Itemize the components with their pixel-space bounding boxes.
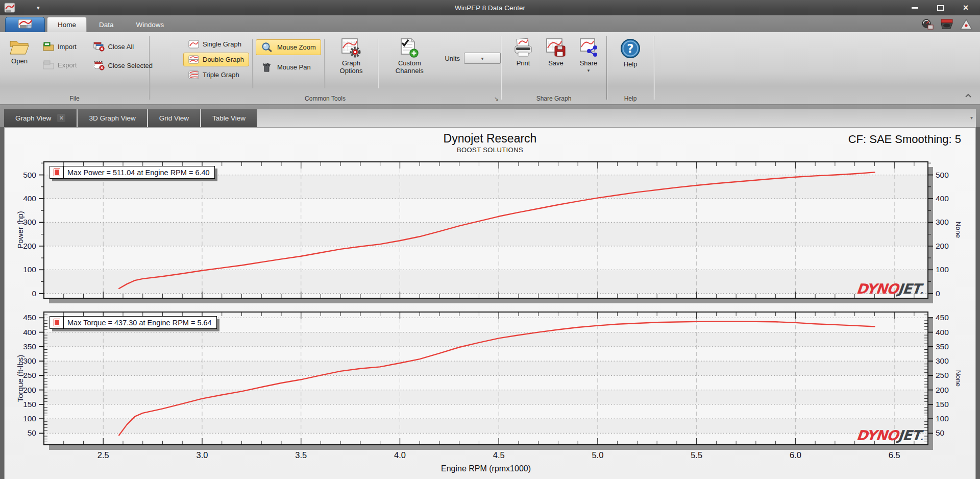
custom-channels-label: Custom Channels bbox=[385, 60, 434, 75]
power-chart-canvas: 00100100200200300300400400500500 bbox=[5, 157, 976, 307]
mouse-pan-icon bbox=[261, 62, 274, 73]
export-button[interactable]: Export bbox=[38, 58, 82, 72]
svg-text:6.5: 6.5 bbox=[889, 450, 900, 460]
title-bar: ▾ WinPEP 8 Data Center × bbox=[0, 0, 980, 15]
tab-grid-view[interactable]: Grid View bbox=[148, 109, 200, 127]
tab-3d-graph-view[interactable]: 3D Graph View bbox=[78, 109, 146, 127]
open-label: Open bbox=[11, 58, 28, 65]
tab-graph-view-label: Graph View bbox=[15, 114, 51, 122]
export-label: Export bbox=[58, 61, 77, 69]
help-button[interactable]: ? Help bbox=[616, 35, 645, 71]
svg-text:3.0: 3.0 bbox=[197, 450, 208, 460]
double-graph-label: Double Graph bbox=[203, 56, 244, 63]
svg-text:5.0: 5.0 bbox=[592, 450, 603, 460]
custom-channels-button[interactable]: Custom Channels bbox=[381, 35, 437, 78]
tab-graph-view[interactable]: Graph View × bbox=[4, 109, 77, 127]
export-csv-icon bbox=[43, 60, 54, 69]
help-icon: ? bbox=[619, 38, 642, 59]
save-button[interactable]: Save bbox=[541, 35, 571, 70]
power-right-axis-label: None bbox=[954, 222, 962, 238]
ribbon-group-common-tools: Single Graph Double Graph bbox=[150, 32, 501, 104]
tab-close-icon[interactable]: × bbox=[57, 114, 65, 122]
ribbon-group-file: Open Import Export bbox=[0, 32, 149, 104]
ribbon-collapse-button[interactable] bbox=[965, 91, 972, 100]
triple-graph-button[interactable]: Triple Graph bbox=[183, 68, 249, 82]
close-selected-icon bbox=[93, 61, 105, 70]
svg-text:100: 100 bbox=[936, 265, 949, 274]
svg-text:400: 400 bbox=[936, 194, 949, 203]
print-label: Print bbox=[517, 60, 530, 67]
svg-text:500: 500 bbox=[23, 171, 36, 179]
power-y-axis-label: Power (hp) bbox=[16, 211, 24, 248]
group-label-share-graph: Share Graph bbox=[501, 95, 606, 102]
units-dropdown[interactable]: ▾ bbox=[464, 53, 501, 64]
power-legend[interactable]: Max Power = 511.04 at Engine RPM = 6.40 bbox=[50, 166, 215, 179]
share-button[interactable]: Share ▾ bbox=[574, 35, 603, 76]
save-label: Save bbox=[548, 60, 564, 67]
svg-text:6.0: 6.0 bbox=[790, 450, 801, 460]
torque-chart-canvas: 5050100100150150200200250250300300350350… bbox=[5, 307, 976, 478]
power-chart[interactable]: 00100100200200300300400400500500 Power (… bbox=[5, 157, 976, 307]
svg-text:150: 150 bbox=[936, 400, 949, 409]
double-graph-button[interactable]: Double Graph bbox=[183, 53, 249, 66]
share-label: Share bbox=[580, 60, 598, 67]
print-button[interactable]: Print bbox=[508, 35, 538, 70]
svg-text:5.5: 5.5 bbox=[691, 450, 702, 460]
svg-text:300: 300 bbox=[23, 356, 36, 365]
svg-text:200: 200 bbox=[23, 242, 36, 250]
svg-text:100: 100 bbox=[23, 265, 36, 274]
svg-text:150: 150 bbox=[23, 400, 36, 409]
torque-y-axis-label: Torque (ft-lbs) bbox=[16, 355, 24, 402]
svg-text:250: 250 bbox=[936, 371, 949, 379]
share-dropdown-arrow-icon: ▾ bbox=[587, 68, 590, 73]
svg-text:50: 50 bbox=[28, 428, 37, 437]
svg-text:100: 100 bbox=[23, 414, 36, 423]
double-graph-icon bbox=[188, 55, 199, 64]
close-button[interactable]: × bbox=[957, 2, 975, 13]
tab-table-view-label: Table View bbox=[212, 114, 246, 122]
chevron-up-icon bbox=[965, 93, 972, 98]
minimize-icon bbox=[912, 7, 918, 9]
ribbon-tab-windows[interactable]: Windows bbox=[126, 17, 175, 32]
torque-chart[interactable]: 5050100100150150200200250250300300350350… bbox=[5, 307, 976, 478]
tab-table-view[interactable]: Table View bbox=[201, 109, 257, 127]
mouse-zoom-button[interactable]: Mouse Zoom bbox=[256, 39, 321, 55]
svg-text:200: 200 bbox=[936, 242, 949, 250]
import-button[interactable]: Import bbox=[38, 39, 82, 54]
power-legend-text: Max Power = 511.04 at Engine RPM = 6.40 bbox=[64, 166, 214, 178]
ribbon: Open Import Export bbox=[0, 32, 980, 105]
units-label: Units bbox=[445, 55, 460, 62]
open-folder-icon bbox=[9, 38, 30, 56]
svg-text:350: 350 bbox=[936, 342, 949, 351]
graph-options-button[interactable]: Graph Options bbox=[328, 35, 375, 78]
torque-legend[interactable]: Max Torque = 437.30 at Engine RPM = 5.64 bbox=[50, 316, 217, 329]
dyno-drum-icon[interactable] bbox=[940, 18, 953, 31]
graph-subtitle: BOOST SOLUTIONS bbox=[5, 146, 975, 154]
dyno-gauge-icon[interactable] bbox=[921, 18, 934, 31]
application-button[interactable] bbox=[5, 17, 45, 32]
torque-series-swatch bbox=[50, 317, 64, 328]
warning-triangle-icon[interactable] bbox=[960, 18, 973, 31]
mouse-pan-button[interactable]: Mouse Pan bbox=[256, 59, 321, 75]
triple-graph-label: Triple Graph bbox=[203, 71, 239, 79]
print-icon bbox=[512, 38, 534, 58]
group-label-common-tools: Common Tools bbox=[150, 95, 501, 102]
maximize-button[interactable] bbox=[931, 2, 949, 13]
single-graph-label: Single Graph bbox=[203, 40, 241, 48]
ribbon-tab-data[interactable]: Data bbox=[89, 17, 124, 32]
ribbon-tab-home[interactable]: Home bbox=[47, 17, 87, 32]
svg-text:450: 450 bbox=[936, 313, 949, 322]
close-all-button[interactable]: Close All bbox=[88, 39, 158, 54]
mouse-zoom-label: Mouse Zoom bbox=[277, 43, 316, 51]
import-label: Import bbox=[58, 43, 77, 51]
single-graph-button[interactable]: Single Graph bbox=[183, 37, 249, 51]
svg-text:300: 300 bbox=[936, 356, 949, 365]
close-selected-button[interactable]: Close Selected bbox=[88, 58, 158, 73]
svg-text:200: 200 bbox=[23, 386, 36, 394]
minimize-button[interactable] bbox=[905, 2, 924, 13]
tab-overflow-dropdown-icon[interactable]: ▾ bbox=[970, 115, 973, 121]
svg-text:450: 450 bbox=[23, 313, 36, 322]
open-button[interactable]: Open bbox=[5, 35, 34, 68]
window-title: WinPEP 8 Data Center bbox=[0, 4, 980, 12]
common-tools-dialog-launcher[interactable]: ↘ bbox=[494, 95, 499, 102]
